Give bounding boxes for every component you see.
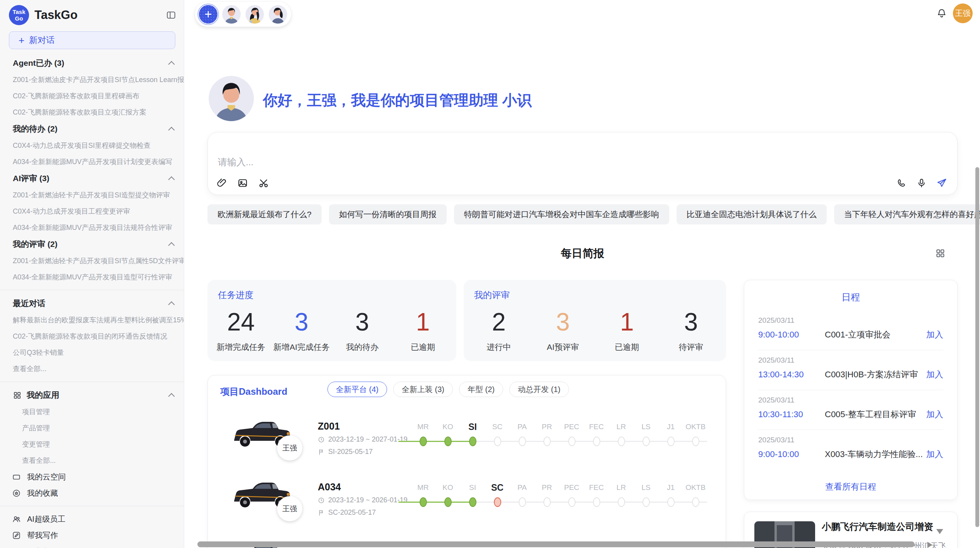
sidebar-item[interactable]: C0X4-动力总成开发项目SI里程碑提交物检查: [0, 137, 184, 154]
chevron-up-icon: [168, 127, 175, 134]
sidebar-item[interactable]: 项目管理: [0, 404, 184, 420]
sidebar-section-header[interactable]: Agent已办 (3): [0, 55, 184, 72]
attachment-icon[interactable]: [216, 178, 227, 188]
milestone-node: [469, 437, 476, 446]
sidebar-item[interactable]: 解释最新出台的欧盟报废车法规再生塑料比例被调至15%...: [0, 312, 184, 328]
stat-item: 3新增AI完成任务: [271, 305, 332, 353]
new-chat-button[interactable]: + 新对话: [9, 31, 175, 49]
schedule-event: 2025/03/1113:00-14:30C003|H0B-方案冻结评审加入: [758, 350, 943, 390]
sidebar-section-header[interactable]: 我的应用: [0, 387, 184, 404]
apps-icon: [13, 391, 22, 400]
scroll-right-arrow-icon[interactable]: [927, 542, 932, 548]
add-member-button[interactable]: +: [199, 5, 218, 24]
collapse-sidebar-icon[interactable]: [166, 10, 176, 20]
join-button[interactable]: 加入: [926, 449, 943, 460]
view-all-schedule-link[interactable]: 查看所有日程: [744, 481, 957, 493]
milestone-node: [667, 437, 675, 446]
sidebar-section-header[interactable]: AI评审 (3): [0, 170, 184, 187]
people-icon: [12, 515, 21, 524]
chevron-up-icon: [168, 242, 175, 249]
milestone-node: [420, 497, 427, 507]
avatar[interactable]: [269, 5, 287, 24]
send-icon[interactable]: [936, 178, 947, 188]
milestone: PR: [535, 408, 559, 448]
project-flag: SC-2025-05-17: [318, 509, 376, 517]
milestone-node: [469, 497, 476, 507]
avatar[interactable]: [245, 5, 264, 24]
microphone-icon[interactable]: [916, 178, 927, 188]
join-button[interactable]: 加入: [926, 369, 943, 380]
milestone-label: MR: [411, 482, 435, 493]
sidebar-item[interactable]: 查看全部...: [0, 361, 184, 377]
horizontal-scrollbar[interactable]: [197, 541, 915, 547]
milestone-label: PR: [535, 421, 559, 432]
chat-input[interactable]: [217, 156, 683, 168]
sidebar-item-帮我写作[interactable]: 帮我写作: [0, 527, 184, 543]
sidebar-item-创意制图[interactable]: 创意制图: [0, 543, 184, 548]
layout-grid-icon[interactable]: [935, 248, 946, 259]
sidebar-item[interactable]: Z001-全新燃油皮卡产品开发项目SI节点Lesson Learn报告: [0, 72, 184, 88]
suggestion-chip[interactable]: 如何写一份清晰的项目周报: [329, 204, 447, 224]
milestone-node: [494, 437, 501, 446]
sidebar-item-我的收藏[interactable]: 我的收藏: [0, 485, 184, 501]
sidebar-item[interactable]: C02-飞腾新能源轻客改款项目里程碑画布: [0, 88, 184, 104]
stat-card-title: 任务进度: [218, 289, 254, 301]
sidebar-item-我的云空间[interactable]: 我的云空间: [0, 469, 184, 485]
sidebar-section-header[interactable]: 最近对话: [0, 295, 184, 312]
sidebar-section-header[interactable]: 我的评审 (2): [0, 236, 184, 253]
sidebar-item[interactable]: 公司Q3轻卡销量: [0, 344, 184, 361]
sidebar-item-AI超级员工[interactable]: AI超级员工: [0, 511, 184, 527]
scroll-down-arrow-icon[interactable]: [936, 529, 943, 534]
milestone-node: [642, 497, 650, 507]
project-dates: 2023-12-19 ~ 2027-01-19: [318, 435, 408, 444]
sidebar-item[interactable]: 查看全部...: [0, 452, 184, 469]
scissors-icon[interactable]: [258, 178, 269, 188]
event-name: C003|H0B-方案冻结评审: [825, 369, 926, 380]
notification-bell-icon[interactable]: [936, 8, 947, 19]
project-row[interactable]: 王强Z0012023-12-19 ~ 2027-01-19SI-2025-05-…: [208, 408, 726, 469]
suggestion-chip[interactable]: 当下年轻人对汽车外观有怎样的喜好趋势: [834, 204, 980, 224]
vertical-scrollbar[interactable]: [975, 167, 979, 527]
milestone-label: J1: [658, 421, 683, 432]
user-avatar[interactable]: 王强: [953, 3, 973, 23]
dashboard-filter-chip[interactable]: 动总开发 (1): [509, 382, 569, 397]
sidebar-item[interactable]: C02-飞腾新能源轻客改款项目立项汇报方案: [0, 104, 184, 120]
project-row[interactable]: 王强A0342023-12-19 ~ 2026-01-19SC-2025-05-…: [208, 469, 726, 530]
divider: [0, 382, 184, 382]
dashboard-filter-chip[interactable]: 全新上装 (3): [393, 382, 453, 397]
milestone-label: J1: [658, 482, 683, 493]
sidebar-item[interactable]: A034-全新新能源MUV产品开发项目计划变更表编写: [0, 154, 184, 170]
dashboard-filter-chip[interactable]: 年型 (2): [459, 382, 503, 397]
app-logo-text: Task: [12, 9, 25, 15]
suggestion-chip[interactable]: 特朗普可能对进口汽车增税会对中国车企造成哪些影响: [454, 204, 669, 224]
join-button[interactable]: 加入: [926, 409, 943, 420]
sidebar-item[interactable]: C0X4-动力总成开发项目工程变更评审: [0, 203, 184, 219]
sidebar-item[interactable]: C02-飞腾新能源轻客改款项目的闭环通告反馈情况: [0, 328, 184, 344]
milestone: OKTB: [683, 469, 708, 509]
sidebar-section-header[interactable]: 我的待办 (2): [0, 120, 184, 137]
flag-icon: [318, 509, 325, 516]
event-time: 9:00-10:00: [758, 449, 825, 459]
sidebar-section-title: 我的评审 (2): [13, 239, 58, 250]
suggestion-chip[interactable]: 比亚迪全固态电池计划具体说了什么: [677, 204, 827, 224]
sidebar-item[interactable]: Z001-全新燃油轻卡产品开发项目SI节点属性5D文件评审: [0, 253, 184, 269]
phone-icon[interactable]: [896, 178, 907, 188]
sidebar-item[interactable]: Z001-全新燃油轻卡产品开发项目SI造型提交物评审: [0, 187, 184, 203]
chevron-up-icon: [168, 393, 175, 400]
team-avatars: [222, 5, 287, 24]
greeting-text: 你好，王强，我是你的项目管理助理 小识: [263, 91, 532, 110]
sidebar-item[interactable]: A034-全新新能源MUV产品开发项目造型可行性评审: [0, 269, 184, 285]
image-upload-icon[interactable]: [237, 178, 248, 188]
milestone: SC: [485, 469, 510, 509]
sidebar-item[interactable]: 变更管理: [0, 436, 184, 452]
suggestion-chip[interactable]: 欧洲新规最近颁布了什么?: [207, 204, 322, 224]
milestone: FEC: [584, 408, 609, 448]
join-button[interactable]: 加入: [926, 329, 943, 341]
stat-label: 进行中: [467, 342, 531, 353]
avatar[interactable]: [222, 5, 241, 24]
milestone-label: OKTB: [683, 421, 708, 432]
dashboard-filter-chip[interactable]: 全新平台 (4): [327, 382, 387, 397]
schedule-event: 2025/03/119:00-10:00X003-车辆动力学性能验...加入: [758, 430, 943, 470]
sidebar-item[interactable]: 产品管理: [0, 420, 184, 436]
sidebar-item[interactable]: A034-全新新能源MUV产品开发项目法规符合性评审: [0, 219, 184, 236]
